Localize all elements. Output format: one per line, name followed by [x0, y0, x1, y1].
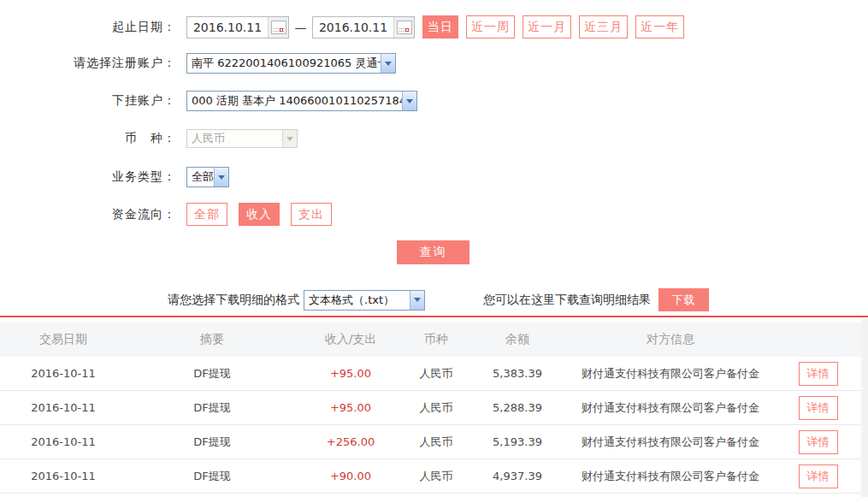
chevron-down-icon — [282, 130, 297, 147]
sub-account-label: 下挂账户： — [0, 93, 176, 109]
cell-summary: DF提现 — [127, 400, 298, 416]
date-separator: — — [289, 21, 312, 34]
header-balance: 余额 — [469, 332, 566, 347]
detail-button[interactable]: 详情 — [799, 362, 838, 386]
flow-income-button[interactable]: 收入 — [239, 203, 280, 226]
download-hint: 您可以在这里下载查询明细结果 — [483, 293, 651, 308]
date-range-label: 起止日期： — [0, 20, 176, 35]
cell-counterparty: 财付通支付科技有限公司客户备付金 — [566, 435, 775, 450]
cell-date: 2016-10-11 — [0, 401, 127, 414]
query-button[interactable]: 查询 — [397, 240, 469, 264]
business-type-row: 业务类型： 全部 — [0, 167, 868, 187]
end-date-value: 2016.10.11 — [313, 21, 393, 34]
header-amount: 收入/支出 — [298, 332, 404, 347]
start-date-input[interactable]: 2016.10.11 — [186, 16, 289, 38]
cell-amount: +95.00 — [298, 367, 404, 380]
flow-expense-button[interactable]: 支出 — [291, 203, 332, 226]
download-format-value: 文本格式（.txt） — [304, 293, 410, 308]
business-type-value: 全部 — [187, 169, 214, 185]
table-top-divider — [0, 316, 868, 317]
table-row: 2016-10-11 DF提现 +95.00 人民币 5,288.39 财付通支… — [0, 391, 861, 425]
download-format-label: 请您选择下载明细的格式 — [168, 293, 299, 308]
cell-amount: +95.00 — [298, 401, 404, 414]
header-date: 交易日期 — [0, 332, 127, 347]
cell-currency: 人民币 — [404, 400, 469, 416]
table-header-row: 交易日期 摘要 收入/支出 币种 余额 对方信息 — [0, 322, 861, 357]
cell-balance: 5,193.39 — [469, 435, 566, 448]
chevron-down-icon — [410, 291, 424, 310]
flow-all-button[interactable]: 全部 — [186, 203, 227, 226]
currency-row: 币 种： 人民币 — [0, 129, 868, 148]
transaction-query-page: 起止日期： 2016.10.11 — 2016.10.11 当日 近一周 近一月… — [0, 0, 868, 497]
download-button[interactable]: 下载 — [658, 288, 709, 311]
cell-balance: 4,937.39 — [469, 470, 566, 482]
header-counterparty: 对方信息 — [566, 332, 775, 347]
cell-currency: 人民币 — [404, 469, 469, 484]
funds-flow-row: 资金流向： 全部 收入 支出 — [0, 203, 868, 226]
business-type-label: 业务类型： — [0, 169, 176, 185]
cell-counterparty: 财付通支付科技有限公司客户备付金 — [566, 400, 775, 416]
quick-range-year-button[interactable]: 近一年 — [635, 15, 684, 38]
quick-range-today-button[interactable]: 当日 — [422, 15, 458, 38]
calendar-icon — [397, 21, 412, 34]
cell-counterparty: 财付通支付科技有限公司客户备付金 — [566, 469, 775, 484]
currency-label: 币 种： — [0, 131, 176, 146]
funds-flow-label: 资金流向： — [0, 207, 176, 222]
header-summary: 摘要 — [127, 332, 298, 347]
currency-select-disabled: 人民币 — [186, 129, 298, 148]
cell-counterparty: 财付通支付科技有限公司客户备付金 — [566, 366, 775, 382]
sub-account-select[interactable]: 000 活期 基本户 1406600101102571848 — [186, 91, 417, 111]
download-row: 请您选择下载明细的格式 文本格式（.txt） 您可以在这里下载查询明细结果 下载 — [168, 288, 868, 311]
cell-date: 2016-10-11 — [0, 367, 127, 380]
quick-range-3months-button[interactable]: 近三月 — [579, 15, 628, 38]
header-currency: 币种 — [404, 332, 469, 347]
end-date-calendar-button[interactable] — [393, 17, 414, 38]
detail-button[interactable]: 详情 — [799, 464, 838, 488]
cell-balance: 5,288.39 — [469, 401, 566, 414]
date-range-row: 起止日期： 2016.10.11 — 2016.10.11 当日 近一周 近一月… — [0, 15, 868, 38]
cell-amount: +256.00 — [298, 435, 404, 448]
chevron-down-icon — [214, 168, 228, 186]
cell-currency: 人民币 — [404, 435, 469, 450]
cell-summary: DF提现 — [127, 435, 298, 450]
start-date-value: 2016.10.11 — [187, 21, 268, 34]
cell-currency: 人民币 — [404, 366, 469, 382]
start-date-calendar-button[interactable] — [268, 17, 288, 38]
quick-range-week-button[interactable]: 近一周 — [466, 15, 515, 38]
cell-summary: DF提现 — [127, 469, 298, 484]
register-account-select[interactable]: 南平 6222001406100921065 灵通卡 — [186, 53, 396, 74]
download-format-select[interactable]: 文本格式（.txt） — [304, 290, 425, 311]
results-table: 交易日期 摘要 收入/支出 币种 余额 对方信息 2016-10-11 DF提现… — [0, 322, 861, 494]
table-row: 2016-10-11 DF提现 +95.00 人民币 5,383.39 财付通支… — [0, 357, 861, 391]
chevron-down-icon — [381, 54, 395, 73]
cell-balance: 5,383.39 — [469, 367, 566, 380]
register-account-label: 请选择注册账户： — [0, 56, 176, 71]
currency-value: 人民币 — [187, 131, 282, 146]
table-row: 2016-10-11 DF提现 +90.00 人民币 4,937.39 财付通支… — [0, 459, 861, 494]
sub-account-row: 下挂账户： 000 活期 基本户 1406600101102571848 — [0, 91, 868, 111]
cell-date: 2016-10-11 — [0, 435, 127, 448]
cell-amount: +90.00 — [298, 470, 404, 482]
chevron-down-icon — [402, 92, 416, 110]
table-row: 2016-10-11 DF提现 +256.00 人民币 5,193.39 财付通… — [0, 425, 861, 459]
quick-range-month-button[interactable]: 近一月 — [523, 15, 571, 38]
sub-account-value: 000 活期 基本户 1406600101102571848 — [187, 93, 402, 109]
detail-button[interactable]: 详情 — [799, 396, 838, 420]
detail-button[interactable]: 详情 — [799, 430, 838, 454]
register-account-row: 请选择注册账户： 南平 6222001406100921065 灵通卡 — [0, 53, 868, 74]
table-right-gutter — [861, 319, 868, 497]
calendar-icon — [271, 21, 286, 34]
cell-summary: DF提现 — [127, 366, 298, 382]
cell-date: 2016-10-11 — [0, 470, 127, 482]
business-type-select[interactable]: 全部 — [186, 167, 229, 187]
register-account-value: 南平 6222001406100921065 灵通卡 — [187, 56, 381, 71]
end-date-input[interactable]: 2016.10.11 — [312, 16, 415, 38]
